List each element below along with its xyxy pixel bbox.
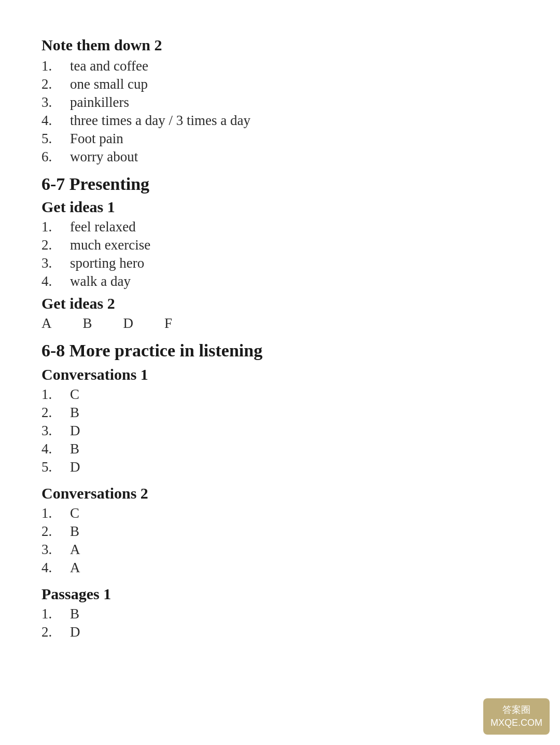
list-item: 2. D: [41, 624, 519, 640]
list-num: 1.: [41, 219, 70, 235]
note-them-down-section: Note them down 2 1. tea and coffee 2. on…: [41, 36, 519, 165]
list-num: 5.: [41, 131, 70, 147]
list-item: 3. sporting hero: [41, 255, 519, 271]
get-ideas-2-section: Get ideas 2 A B D F: [41, 295, 519, 332]
list-num: 2.: [41, 523, 70, 540]
list-num: 2.: [41, 624, 70, 640]
note-them-down-list: 1. tea and coffee 2. one small cup 3. pa…: [41, 58, 519, 165]
conversations-2-list: 1. C 2. B 3. A 4. A: [41, 505, 519, 576]
passages-1-section: Passages 1 1. B 2. D: [41, 585, 519, 640]
answer-a: A: [41, 315, 52, 332]
list-num: 4.: [41, 560, 70, 576]
list-text: B: [70, 441, 79, 457]
list-item: 1. tea and coffee: [41, 58, 519, 74]
list-num: 3.: [41, 542, 70, 558]
list-text: three times a day / 3 times a day: [70, 113, 250, 129]
list-item: 3. D: [41, 423, 519, 439]
more-practice-title: 6-8 More practice in listening: [41, 341, 519, 361]
list-num: 4.: [41, 113, 70, 129]
list-text: A: [70, 542, 80, 558]
list-num: 2.: [41, 405, 70, 421]
list-item: 5. Foot pain: [41, 131, 519, 147]
list-text: B: [70, 523, 79, 540]
get-ideas-2-title: Get ideas 2: [41, 295, 519, 312]
list-text: one small cup: [70, 76, 148, 92]
list-num: 1.: [41, 606, 70, 622]
list-item: 2. much exercise: [41, 237, 519, 253]
conversations-2-title: Conversations 2: [41, 485, 519, 502]
presenting-section: 6-7 Presenting Get ideas 1 1. feel relax…: [41, 174, 519, 332]
passages-1-list: 1. B 2. D: [41, 606, 519, 640]
note-them-down-title: Note them down 2: [41, 36, 519, 54]
list-text: C: [70, 387, 79, 403]
more-practice-section: 6-8 More practice in listening Conversat…: [41, 341, 519, 640]
answer-f: F: [164, 315, 172, 332]
list-text: feel relaxed: [70, 219, 136, 235]
list-num: 1.: [41, 505, 70, 521]
list-num: 5.: [41, 459, 70, 475]
list-num: 2.: [41, 76, 70, 92]
get-ideas-1-list: 1. feel relaxed 2. much exercise 3. spor…: [41, 219, 519, 289]
list-text: B: [70, 606, 79, 622]
list-item: 4. B: [41, 441, 519, 457]
list-item: 1. B: [41, 606, 519, 622]
list-text: C: [70, 505, 79, 521]
watermark-line1: 答案圈: [491, 703, 542, 716]
list-text: walk a day: [70, 273, 131, 289]
watermark: 答案圈 MXQE.COM: [483, 698, 550, 735]
list-text: tea and coffee: [70, 58, 148, 74]
conversations-2-section: Conversations 2 1. C 2. B 3. A 4. A: [41, 485, 519, 576]
list-item: 1. C: [41, 505, 519, 521]
list-num: 1.: [41, 387, 70, 403]
get-ideas-1-section: Get ideas 1 1. feel relaxed 2. much exer…: [41, 198, 519, 289]
list-item: 2. B: [41, 405, 519, 421]
list-text: worry about: [70, 149, 138, 165]
list-text: painkillers: [70, 94, 129, 111]
get-ideas-2-answers: A B D F: [41, 315, 519, 332]
list-item: 4. A: [41, 560, 519, 576]
list-item: 1. C: [41, 387, 519, 403]
watermark-line2: MXQE.COM: [491, 716, 542, 729]
list-item: 6. worry about: [41, 149, 519, 165]
list-text: B: [70, 405, 79, 421]
presenting-title: 6-7 Presenting: [41, 174, 519, 194]
conversations-1-section: Conversations 1 1. C 2. B 3. D 4. B 5. D: [41, 366, 519, 475]
conversations-1-list: 1. C 2. B 3. D 4. B 5. D: [41, 387, 519, 475]
list-text: much exercise: [70, 237, 150, 253]
list-text: sporting hero: [70, 255, 144, 271]
list-num: 6.: [41, 149, 70, 165]
list-item: 3. painkillers: [41, 94, 519, 111]
list-item: 1. feel relaxed: [41, 219, 519, 235]
list-item: 5. D: [41, 459, 519, 475]
list-text: D: [70, 459, 80, 475]
list-item: 4. three times a day / 3 times a day: [41, 113, 519, 129]
passages-1-title: Passages 1: [41, 585, 519, 603]
list-text: A: [70, 560, 80, 576]
answer-b: B: [83, 315, 92, 332]
list-item: 3. A: [41, 542, 519, 558]
list-num: 2.: [41, 237, 70, 253]
list-item: 4. walk a day: [41, 273, 519, 289]
list-text: D: [70, 624, 80, 640]
list-num: 3.: [41, 423, 70, 439]
list-item: 2. B: [41, 523, 519, 540]
list-text: Foot pain: [70, 131, 123, 147]
list-num: 3.: [41, 255, 70, 271]
list-num: 4.: [41, 441, 70, 457]
list-num: 3.: [41, 94, 70, 111]
conversations-1-title: Conversations 1: [41, 366, 519, 383]
answer-d: D: [123, 315, 134, 332]
list-item: 2. one small cup: [41, 76, 519, 92]
get-ideas-1-title: Get ideas 1: [41, 198, 519, 216]
list-text: D: [70, 423, 80, 439]
list-num: 1.: [41, 58, 70, 74]
list-num: 4.: [41, 273, 70, 289]
